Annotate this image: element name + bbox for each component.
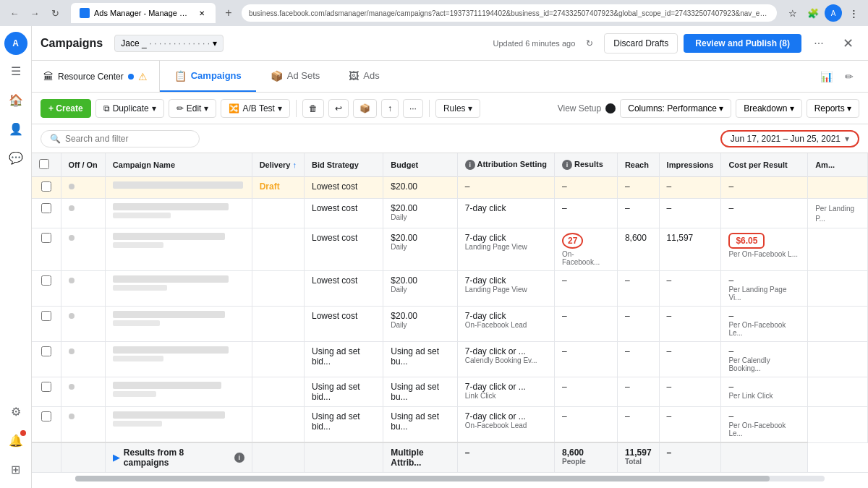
status-off-icon: [69, 384, 75, 390]
tab-title: Ads Manager - Manage Ca...: [94, 9, 192, 17]
browser-controls: ← → ↻: [6, 4, 64, 22]
col-cost[interactable]: Cost per Result: [721, 153, 808, 177]
nav-chart-icon[interactable]: 📊: [816, 67, 836, 87]
header-refresh-btn[interactable]: ↻: [581, 35, 598, 52]
sidebar-settings-icon[interactable]: ⚙: [3, 398, 29, 424]
summary-impressions-sub: Total: [625, 458, 652, 466]
sidebar-menu-icon[interactable]: ☰: [3, 58, 29, 84]
edit-btn[interactable]: ✏ Edit ▾: [169, 99, 217, 118]
search-input[interactable]: [65, 134, 181, 144]
back-btn[interactable]: ←: [6, 4, 23, 22]
row-checkbox[interactable]: [41, 311, 51, 321]
campaign-sub-cell: [113, 421, 162, 427]
tab-ads[interactable]: 🖼 Ads: [334, 61, 393, 92]
review-publish-btn[interactable]: Review and Publish (8): [684, 34, 801, 53]
row-checkbox[interactable]: [41, 382, 51, 392]
nav-edit-icon[interactable]: ✏: [839, 67, 859, 87]
forward-btn[interactable]: →: [26, 4, 43, 22]
tab-campaigns[interactable]: 📋 Campaigns: [160, 61, 256, 92]
budget-header: Budget: [391, 160, 418, 169]
col-campaign-name[interactable]: Campaign Name: [105, 153, 252, 177]
reach-cell: –: [625, 275, 630, 286]
discard-drafts-btn[interactable]: Discard Drafts: [604, 33, 678, 53]
sidebar-avatar[interactable]: A: [4, 32, 27, 55]
address-bar[interactable]: business.facebook.com/adsmanager/manage/…: [242, 4, 777, 22]
col-attribution[interactable]: i Attribution Setting: [457, 153, 554, 177]
results-info-icon[interactable]: i: [562, 160, 572, 170]
summary-info-icon[interactable]: i: [234, 453, 244, 463]
summary-reach-cell: 8,600: [562, 448, 584, 458]
row-checkbox[interactable]: [41, 181, 51, 192]
table-row: Lowest cost $20.00 Daily 7-day click On-…: [32, 307, 868, 342]
status-off-icon: [69, 313, 75, 319]
browser-tab[interactable]: Ads Manager - Manage Ca... ✕: [71, 3, 216, 23]
sidebar-home-icon[interactable]: 🏠: [3, 87, 29, 113]
extensions-icon[interactable]: 🧩: [804, 4, 822, 22]
on-off-header: Off / On: [69, 160, 98, 169]
col-bid-strategy[interactable]: Bid Strategy: [305, 153, 383, 177]
sidebar-alert-icon[interactable]: 🔔: [3, 427, 29, 453]
cost-sub-cell: Per On-Facebook Le...: [728, 421, 800, 437]
more-toolbar-btn[interactable]: ···: [403, 99, 423, 118]
horizontal-scrollbar[interactable]: [75, 476, 825, 481]
col-checkbox[interactable]: [32, 153, 61, 177]
col-on-off[interactable]: Off / On: [61, 153, 105, 177]
col-budget[interactable]: Budget: [383, 153, 457, 177]
tab-close-btn[interactable]: ✕: [197, 8, 207, 18]
tab-ad-sets[interactable]: 📦 Ad Sets: [256, 61, 335, 92]
header-more-btn[interactable]: ···: [807, 32, 830, 55]
budget-period-cell: Daily: [391, 213, 449, 221]
breakdown-btn[interactable]: Breakdown ▾: [736, 99, 801, 118]
date-range-badge[interactable]: Jun 17, 2021 – Jun 25, 2021 ▾: [720, 130, 859, 147]
row-checkbox[interactable]: [41, 346, 51, 356]
attribution-info-icon[interactable]: i: [465, 160, 475, 170]
sidebar-user-icon[interactable]: 👤: [3, 116, 29, 142]
col-amount[interactable]: Am...: [808, 153, 868, 177]
row-checkbox[interactable]: [41, 411, 51, 421]
reports-btn[interactable]: Reports ▾: [807, 99, 859, 118]
sidebar-chat-icon[interactable]: 💬: [3, 145, 29, 171]
row-checkbox[interactable]: [41, 275, 51, 286]
create-btn[interactable]: + Create: [41, 99, 91, 118]
export-btn[interactable]: ↑: [381, 99, 399, 118]
rules-btn[interactable]: Rules ▾: [435, 99, 480, 118]
bookmark-icon[interactable]: ☆: [784, 4, 801, 22]
refresh-btn[interactable]: ↻: [46, 4, 64, 22]
bid-strategy-cell: Using ad set bid...: [312, 346, 360, 367]
cost-cell: –: [728, 275, 733, 286]
col-reach[interactable]: Reach: [617, 153, 659, 177]
attribution-sub-cell: Landing Page View: [465, 243, 547, 251]
attribution-cell: 7-day click: [465, 233, 506, 243]
impressions-cell: –: [667, 411, 672, 421]
campaign-name-cell: [113, 233, 225, 240]
reach-cell: –: [625, 411, 630, 421]
col-impressions[interactable]: Impressions: [659, 153, 721, 177]
cost-cell: –: [728, 382, 733, 392]
col-results[interactable]: i Results: [554, 153, 617, 177]
account-selector[interactable]: Jace _ · · · · · · · · · · · · · ▾: [114, 35, 224, 52]
resource-center[interactable]: 🏛 Resource Center ⚠: [32, 61, 160, 92]
results-cell: –: [562, 411, 567, 421]
duplicate-btn[interactable]: ⧉ Duplicate ▾: [95, 99, 164, 118]
header-close-btn[interactable]: ✕: [836, 32, 859, 55]
expand-results-btn[interactable]: ▶: [113, 453, 119, 463]
status-off-icon: [69, 184, 75, 189]
delete-btn[interactable]: 🗑: [302, 99, 324, 118]
budget-cell: Using ad set bu...: [391, 411, 439, 432]
sidebar-grid-icon[interactable]: ⊞: [3, 456, 29, 482]
summary-cost-cell: –: [667, 448, 672, 458]
select-all-checkbox[interactable]: [39, 159, 49, 169]
new-tab-btn[interactable]: +: [220, 4, 237, 22]
undo-btn[interactable]: ↩: [328, 99, 349, 118]
search-input-wrap: 🔍: [41, 130, 200, 147]
profile-icon[interactable]: A: [825, 4, 842, 22]
row-checkbox[interactable]: [41, 233, 51, 243]
archive-btn[interactable]: 📦: [353, 99, 377, 118]
row-checkbox[interactable]: [41, 203, 51, 213]
more-options-icon[interactable]: ⋮: [845, 4, 862, 22]
ab-test-btn[interactable]: 🔀 A/B Test ▾: [221, 99, 289, 118]
campaign-name-cell: [113, 203, 229, 210]
columns-btn[interactable]: Columns: Performance ▾: [620, 99, 731, 118]
view-setup-toggle[interactable]: View Setup: [558, 103, 616, 114]
col-delivery[interactable]: Delivery ↑: [252, 153, 304, 177]
